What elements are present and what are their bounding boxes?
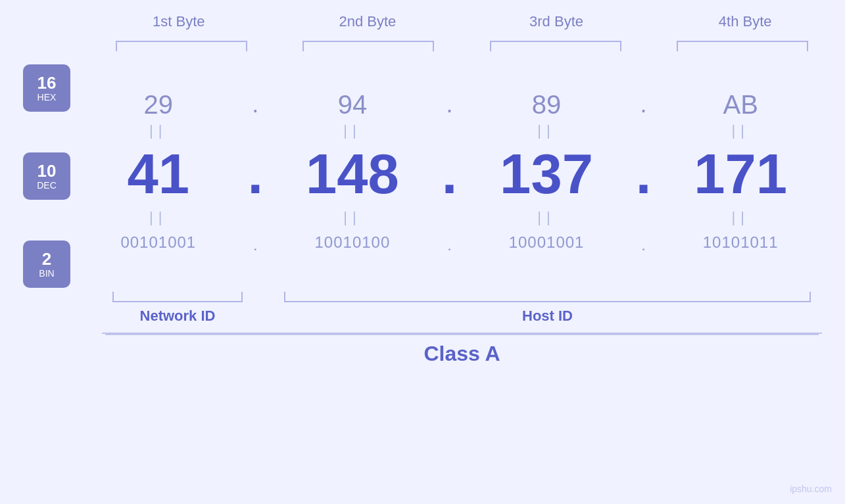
hex-val-2: 94 (338, 90, 368, 119)
byte-header-3-label: 3rd Byte (529, 13, 583, 30)
main-container: 1st Byte 2nd Byte 3rd Byte 4th Byte (0, 0, 845, 504)
hex-row: 29 . 94 . 89 . AB (80, 90, 819, 120)
dec-dot-1: . (248, 143, 264, 205)
dec-badge-number: 10 (37, 162, 57, 181)
badges-column: 16 HEX 10 DEC 2 BIN (23, 64, 70, 288)
class-label: Class A (423, 342, 500, 365)
eq1-1: || (149, 122, 167, 139)
equals-row-2: || || || || (80, 209, 819, 226)
network-id-label: Network ID (140, 308, 216, 325)
byte-header-3: 3rd Byte (484, 13, 629, 30)
eq2-2: || (343, 209, 361, 225)
dec-badge: 10 DEC (23, 152, 70, 200)
eq1-2: || (343, 122, 361, 139)
byte-header-4: 4th Byte (673, 13, 817, 30)
bin-badge: 2 BIN (23, 241, 70, 288)
dot-3: . (640, 91, 647, 118)
bin-dot-2: . (447, 236, 452, 254)
eq2-4: || (731, 209, 749, 225)
dec-dot-3: . (636, 143, 652, 205)
hex-val-1: 29 (144, 90, 174, 119)
byte-header-2: 2nd Byte (295, 13, 440, 30)
bin-val-3: 10001001 (509, 233, 585, 251)
dec-val-4: 171 (694, 143, 787, 205)
byte-header-2-label: 2nd Byte (339, 13, 396, 30)
eq1-4: || (731, 122, 749, 139)
byte-header-1: 1st Byte (107, 13, 251, 30)
dec-val-3: 137 (500, 143, 593, 205)
bracket-3 (490, 41, 621, 51)
hex-val-3: 89 (532, 90, 562, 119)
hex-badge-number: 16 (37, 74, 57, 93)
dec-val-2: 148 (306, 143, 399, 205)
dot-2: . (446, 91, 452, 118)
eq2-3: || (537, 209, 555, 225)
bracket-1 (116, 41, 247, 51)
watermark: ipshu.com (790, 484, 832, 494)
dec-row: 41 . 148 . 137 . 171 (80, 142, 819, 206)
bin-row: 00101001 . 10010100 . 10001001 . 1010101… (80, 229, 819, 256)
byte-header-1-label: 1st Byte (153, 13, 205, 30)
byte-header-4-label: 4th Byte (719, 13, 772, 30)
dot-1: . (252, 91, 258, 118)
hex-badge: 16 HEX (23, 64, 70, 112)
hex-val-4: AB (723, 90, 758, 119)
bracket-2 (302, 41, 434, 51)
bracket-4 (677, 41, 808, 51)
bin-val-1: 00101001 (120, 233, 196, 251)
dec-val-1: 41 (128, 143, 190, 205)
bin-badge-number: 2 (42, 250, 51, 269)
dec-dot-2: . (442, 143, 458, 205)
eq1-3: || (537, 122, 555, 139)
bin-dot-1: . (253, 236, 258, 254)
hex-badge-label: HEX (37, 92, 57, 103)
bin-val-2: 10010100 (315, 233, 391, 251)
dec-badge-label: DEC (37, 180, 57, 191)
bin-val-4: 10101011 (703, 233, 779, 251)
bin-dot-3: . (641, 236, 646, 254)
eq2-1: || (149, 209, 167, 225)
host-id-label: Host ID (522, 308, 573, 325)
bin-badge-label: BIN (39, 268, 54, 279)
equals-row-1: || || || || (80, 122, 819, 139)
